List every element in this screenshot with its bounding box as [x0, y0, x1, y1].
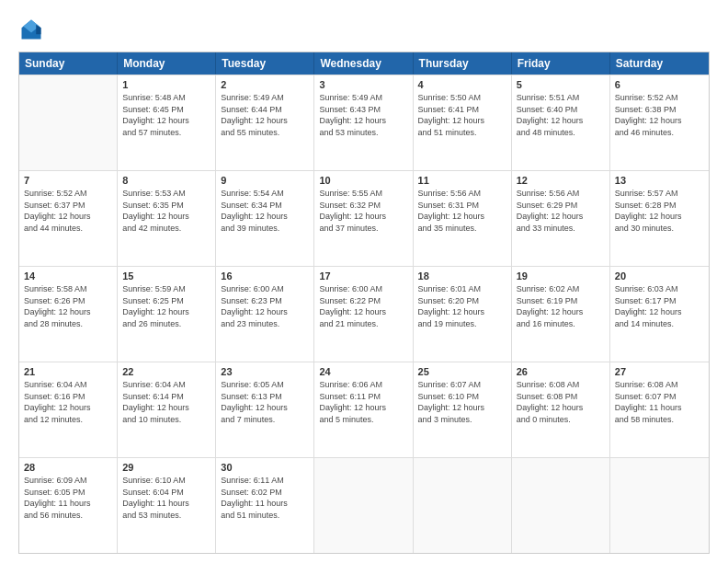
day-number: 30 [221, 462, 309, 473]
day-number: 10 [319, 175, 407, 186]
day-number: 24 [319, 366, 407, 377]
day-info: Sunrise: 5:55 AM Sunset: 6:32 PM Dayligh… [319, 188, 407, 234]
day-info: Sunrise: 6:10 AM Sunset: 6:04 PM Dayligh… [122, 475, 210, 521]
day-cell-25: 25Sunrise: 6:07 AM Sunset: 6:10 PM Dayli… [414, 362, 512, 457]
day-number: 16 [221, 270, 309, 282]
day-cell-23: 23Sunrise: 6:05 AM Sunset: 6:13 PM Dayli… [216, 362, 314, 457]
day-cell-18: 18Sunrise: 6:01 AM Sunset: 6:20 PM Dayli… [414, 267, 512, 362]
day-cell-24: 24Sunrise: 6:06 AM Sunset: 6:11 PM Dayli… [314, 362, 413, 457]
day-number: 15 [122, 270, 210, 282]
header-day-saturday: Saturday [610, 52, 709, 75]
day-number: 14 [24, 270, 112, 282]
day-cell-12: 12Sunrise: 5:56 AM Sunset: 6:29 PM Dayli… [512, 171, 610, 266]
day-cell-7: 7Sunrise: 5:52 AM Sunset: 6:37 PM Daylig… [19, 171, 118, 266]
day-cell-11: 11Sunrise: 5:56 AM Sunset: 6:31 PM Dayli… [414, 171, 512, 266]
empty-cell [314, 458, 413, 553]
week-row-4: 28Sunrise: 6:09 AM Sunset: 6:05 PM Dayli… [19, 457, 709, 553]
day-cell-6: 6Sunrise: 5:52 AM Sunset: 6:38 PM Daylig… [610, 75, 709, 170]
day-info: Sunrise: 5:59 AM Sunset: 6:25 PM Dayligh… [122, 283, 210, 329]
week-row-3: 21Sunrise: 6:04 AM Sunset: 6:16 PM Dayli… [19, 362, 709, 457]
day-cell-20: 20Sunrise: 6:03 AM Sunset: 6:17 PM Dayli… [610, 267, 709, 362]
day-cell-1: 1Sunrise: 5:48 AM Sunset: 6:45 PM Daylig… [118, 75, 216, 170]
day-number: 2 [221, 79, 309, 90]
day-cell-26: 26Sunrise: 6:08 AM Sunset: 6:08 PM Dayli… [512, 362, 610, 457]
day-info: Sunrise: 5:52 AM Sunset: 6:37 PM Dayligh… [24, 188, 112, 234]
day-number: 11 [418, 175, 506, 186]
day-number: 27 [615, 366, 704, 377]
header-day-tuesday: Tuesday [216, 52, 314, 75]
day-info: Sunrise: 6:08 AM Sunset: 6:08 PM Dayligh… [517, 379, 605, 425]
empty-cell [414, 458, 512, 553]
day-cell-17: 17Sunrise: 6:00 AM Sunset: 6:22 PM Dayli… [314, 267, 413, 362]
day-number: 4 [418, 79, 506, 90]
empty-cell [512, 458, 610, 553]
day-number: 25 [418, 366, 506, 377]
day-cell-19: 19Sunrise: 6:02 AM Sunset: 6:19 PM Dayli… [512, 267, 610, 362]
day-number: 9 [221, 175, 309, 186]
day-cell-10: 10Sunrise: 5:55 AM Sunset: 6:32 PM Dayli… [314, 171, 413, 266]
calendar-body: 1Sunrise: 5:48 AM Sunset: 6:45 PM Daylig… [19, 75, 709, 553]
day-info: Sunrise: 6:08 AM Sunset: 6:07 PM Dayligh… [615, 379, 704, 425]
day-number: 1 [122, 79, 210, 90]
day-info: Sunrise: 5:51 AM Sunset: 6:40 PM Dayligh… [517, 92, 605, 138]
day-number: 18 [418, 270, 506, 282]
week-row-1: 7Sunrise: 5:52 AM Sunset: 6:37 PM Daylig… [19, 170, 709, 266]
day-cell-16: 16Sunrise: 6:00 AM Sunset: 6:23 PM Dayli… [216, 267, 314, 362]
day-cell-29: 29Sunrise: 6:10 AM Sunset: 6:04 PM Dayli… [118, 458, 216, 553]
day-number: 5 [517, 79, 605, 90]
day-cell-15: 15Sunrise: 5:59 AM Sunset: 6:25 PM Dayli… [118, 267, 216, 362]
day-info: Sunrise: 6:04 AM Sunset: 6:16 PM Dayligh… [24, 379, 112, 425]
day-info: Sunrise: 6:09 AM Sunset: 6:05 PM Dayligh… [24, 475, 112, 521]
day-number: 19 [517, 270, 605, 282]
day-cell-2: 2Sunrise: 5:49 AM Sunset: 6:44 PM Daylig… [216, 75, 314, 170]
day-info: Sunrise: 5:56 AM Sunset: 6:31 PM Dayligh… [418, 188, 506, 234]
day-number: 13 [615, 175, 704, 186]
day-cell-28: 28Sunrise: 6:09 AM Sunset: 6:05 PM Dayli… [19, 458, 118, 553]
day-number: 8 [122, 175, 210, 186]
day-number: 12 [517, 175, 605, 186]
week-row-0: 1Sunrise: 5:48 AM Sunset: 6:45 PM Daylig… [19, 75, 709, 170]
day-info: Sunrise: 6:11 AM Sunset: 6:02 PM Dayligh… [221, 475, 309, 521]
day-cell-22: 22Sunrise: 6:04 AM Sunset: 6:14 PM Dayli… [118, 362, 216, 457]
day-info: Sunrise: 5:56 AM Sunset: 6:29 PM Dayligh… [517, 188, 605, 234]
day-cell-21: 21Sunrise: 6:04 AM Sunset: 6:16 PM Dayli… [19, 362, 118, 457]
week-row-2: 14Sunrise: 5:58 AM Sunset: 6:26 PM Dayli… [19, 266, 709, 362]
day-info: Sunrise: 6:04 AM Sunset: 6:14 PM Dayligh… [122, 379, 210, 425]
day-number: 28 [24, 462, 112, 473]
day-info: Sunrise: 6:01 AM Sunset: 6:20 PM Dayligh… [418, 283, 506, 329]
header [18, 17, 710, 42]
day-number: 29 [122, 462, 210, 473]
header-day-wednesday: Wednesday [314, 52, 413, 75]
calendar-header: SundayMondayTuesdayWednesdayThursdayFrid… [19, 52, 709, 75]
logo [18, 17, 48, 42]
empty-cell [610, 458, 709, 553]
day-info: Sunrise: 6:02 AM Sunset: 6:19 PM Dayligh… [517, 283, 605, 329]
day-info: Sunrise: 5:50 AM Sunset: 6:41 PM Dayligh… [418, 92, 506, 138]
day-number: 26 [517, 366, 605, 377]
day-cell-14: 14Sunrise: 5:58 AM Sunset: 6:26 PM Dayli… [19, 267, 118, 362]
day-number: 17 [319, 270, 407, 282]
header-day-thursday: Thursday [414, 52, 512, 75]
day-cell-3: 3Sunrise: 5:49 AM Sunset: 6:43 PM Daylig… [314, 75, 413, 170]
day-number: 7 [24, 175, 112, 186]
day-info: Sunrise: 5:49 AM Sunset: 6:44 PM Dayligh… [221, 92, 309, 138]
day-number: 22 [122, 366, 210, 377]
day-info: Sunrise: 6:05 AM Sunset: 6:13 PM Dayligh… [221, 379, 309, 425]
day-info: Sunrise: 5:58 AM Sunset: 6:26 PM Dayligh… [24, 283, 112, 329]
day-number: 21 [24, 366, 112, 377]
calendar: SundayMondayTuesdayWednesdayThursdayFrid… [18, 52, 710, 554]
day-info: Sunrise: 5:53 AM Sunset: 6:35 PM Dayligh… [122, 188, 210, 234]
day-number: 3 [319, 79, 407, 90]
day-info: Sunrise: 6:07 AM Sunset: 6:10 PM Dayligh… [418, 379, 506, 425]
day-number: 6 [615, 79, 704, 90]
day-cell-4: 4Sunrise: 5:50 AM Sunset: 6:41 PM Daylig… [414, 75, 512, 170]
day-cell-8: 8Sunrise: 5:53 AM Sunset: 6:35 PM Daylig… [118, 171, 216, 266]
header-day-friday: Friday [512, 52, 610, 75]
day-info: Sunrise: 6:03 AM Sunset: 6:17 PM Dayligh… [615, 283, 704, 329]
day-info: Sunrise: 5:48 AM Sunset: 6:45 PM Dayligh… [122, 92, 210, 138]
day-info: Sunrise: 6:00 AM Sunset: 6:22 PM Dayligh… [319, 283, 407, 329]
logo-icon [18, 17, 44, 42]
day-number: 23 [221, 366, 309, 377]
day-info: Sunrise: 5:52 AM Sunset: 6:38 PM Dayligh… [615, 92, 704, 138]
day-cell-9: 9Sunrise: 5:54 AM Sunset: 6:34 PM Daylig… [216, 171, 314, 266]
